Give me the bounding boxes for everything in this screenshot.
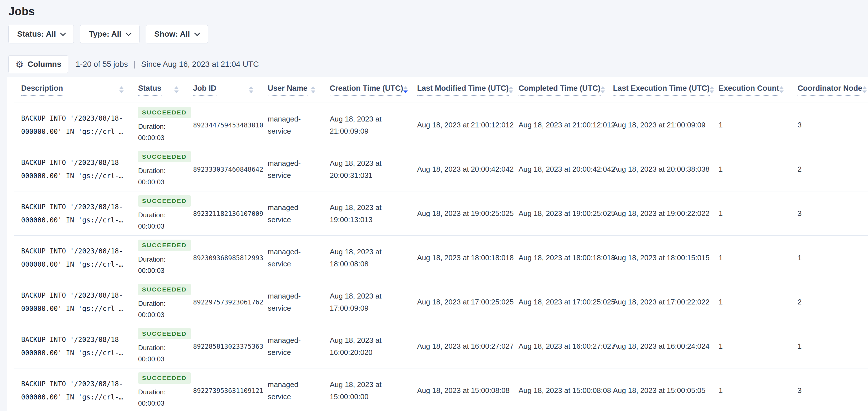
column-header-creation_time[interactable]: Creation Time (UTC): [323, 77, 410, 103]
job-id: 892297573923061762: [186, 280, 261, 324]
sort-asc-icon: [600, 86, 605, 89]
user-name: managed-service: [268, 202, 310, 226]
last-execution-time: Aug 18, 2023 at 16:00:24:024: [606, 324, 712, 369]
column-header-coordinator_node[interactable]: Coordinator Node: [790, 77, 868, 103]
column-header-last_execution_time[interactable]: Last Execution Time (UTC): [606, 77, 712, 103]
coordinator-node: 3: [790, 369, 868, 411]
completed-time: Aug 18, 2023 at 21:00:12:012: [512, 103, 606, 147]
status-filter-label: Status: All: [17, 30, 56, 39]
duration-label: Duration:: [138, 386, 165, 398]
column-header-last_modified_time[interactable]: Last Modified Time (UTC): [410, 77, 512, 103]
table-row: BACKUP INTO '/2023/08/18-000000.00' IN '…: [7, 236, 868, 280]
completed-time: Aug 18, 2023 at 15:00:08:08: [512, 369, 606, 411]
execution-count: 1: [712, 324, 790, 369]
column-header-status[interactable]: Status: [131, 77, 186, 103]
job-id: 892321182136107009: [186, 192, 261, 236]
job-description-cell[interactable]: BACKUP INTO '/2023/08/18-000000.00' IN '…: [7, 147, 131, 192]
sort-desc-icon: [311, 90, 315, 93]
sort-icons: [174, 86, 179, 93]
jobs-count: 1-20 of 55 jobs: [75, 60, 128, 69]
job-description-cell[interactable]: BACKUP INTO '/2023/08/18-000000.00' IN '…: [7, 369, 131, 411]
type-filter-dropdown[interactable]: Type: All: [80, 25, 139, 43]
sort-desc-icon: [174, 90, 179, 93]
chevron-down-icon: [60, 30, 66, 36]
completed-time: Aug 18, 2023 at 18:00:18:018: [512, 236, 606, 280]
status-badge: SUCCEEDED: [138, 284, 191, 295]
sort-desc-icon: [249, 90, 253, 93]
creation-time: Aug 18, 2023 at 17:00:09:09: [330, 290, 399, 314]
execution-count: 1: [712, 369, 790, 411]
job-status-cell: SUCCEEDED Duration: 00:00:03: [131, 192, 186, 236]
creation-time-cell: Aug 18, 2023 at 19:00:13:013: [323, 192, 410, 236]
table-row: BACKUP INTO '/2023/08/18-000000.00' IN '…: [7, 192, 868, 236]
job-description: BACKUP INTO '/2023/08/18-000000.00' IN '…: [21, 245, 125, 271]
last-execution-time: Aug 18, 2023 at 15:00:05:05: [606, 369, 712, 411]
column-header-job_id[interactable]: Job ID: [186, 77, 261, 103]
coordinator-node: 1: [790, 324, 868, 369]
table-toolbar: ⚙ Columns 1-20 of 55 jobs | Since Aug 16…: [8, 55, 868, 73]
creation-time: Aug 18, 2023 at 16:00:20:020: [330, 334, 399, 358]
job-description-cell[interactable]: BACKUP INTO '/2023/08/18-000000.00' IN '…: [7, 324, 131, 369]
job-status-cell: SUCCEEDED Duration: 00:00:03: [131, 236, 186, 280]
job-description-cell[interactable]: BACKUP INTO '/2023/08/18-000000.00' IN '…: [7, 236, 131, 280]
column-header-completed_time[interactable]: Completed Time (UTC): [512, 77, 606, 103]
execution-count: 1: [712, 280, 790, 324]
job-status-cell: SUCCEEDED Duration: 00:00:03: [131, 324, 186, 369]
column-header-user_name[interactable]: User Name: [261, 77, 323, 103]
status-filter-dropdown[interactable]: Status: All: [8, 25, 74, 43]
job-status-cell: SUCCEEDED Duration: 00:00:03: [131, 103, 186, 147]
coordinator-node: 3: [790, 103, 868, 147]
duration-label: Duration:: [138, 254, 165, 265]
duration-value: 00:00:03: [138, 132, 164, 144]
sort-desc-icon: [862, 90, 867, 93]
completed-time: Aug 18, 2023 at 16:00:27:027: [512, 324, 606, 369]
sort-asc-icon: [119, 86, 124, 89]
filter-bar: Status: All Type: All Show: All: [8, 25, 868, 43]
last-modified-time: Aug 18, 2023 at 19:00:25:025: [410, 192, 512, 236]
sort-asc-icon: [403, 86, 408, 89]
last-execution-time: Aug 18, 2023 at 18:00:15:015: [606, 236, 712, 280]
column-header-description[interactable]: Description: [7, 77, 131, 103]
sort-icons: [862, 86, 867, 93]
sort-desc-icon: [403, 90, 408, 93]
status-badge: SUCCEEDED: [138, 328, 191, 340]
last-modified-time: Aug 18, 2023 at 15:00:08:08: [410, 369, 512, 411]
gear-icon: ⚙: [16, 60, 24, 69]
status-badge: SUCCEEDED: [138, 240, 191, 251]
status-badge: SUCCEEDED: [138, 195, 191, 207]
sort-desc-icon: [779, 90, 784, 93]
table-body: BACKUP INTO '/2023/08/18-000000.00' IN '…: [7, 103, 868, 411]
columns-button[interactable]: ⚙ Columns: [8, 55, 68, 73]
creation-time-cell: Aug 18, 2023 at 20:00:31:031: [323, 147, 410, 192]
creation-time: Aug 18, 2023 at 15:00:00:00: [330, 379, 399, 403]
table-row: BACKUP INTO '/2023/08/18-000000.00' IN '…: [7, 324, 868, 369]
user-name-cell: managed-service: [261, 280, 323, 324]
last-execution-time: Aug 18, 2023 at 20:00:38:038: [606, 147, 712, 192]
job-description: BACKUP INTO '/2023/08/18-000000.00' IN '…: [21, 289, 125, 316]
last-execution-time: Aug 18, 2023 at 17:00:22:022: [606, 280, 712, 324]
job-description-cell[interactable]: BACKUP INTO '/2023/08/18-000000.00' IN '…: [7, 280, 131, 324]
column-header-execution_count[interactable]: Execution Count: [712, 77, 790, 103]
completed-time: Aug 18, 2023 at 20:00:42:042: [512, 147, 606, 192]
page-title: Jobs: [8, 4, 868, 18]
user-name-cell: managed-service: [261, 324, 323, 369]
duration-value: 00:00:03: [138, 176, 164, 188]
duration-value: 00:00:03: [138, 265, 164, 276]
duration-value: 00:00:03: [138, 309, 164, 321]
table-row: BACKUP INTO '/2023/08/18-000000.00' IN '…: [7, 147, 868, 192]
user-name-cell: managed-service: [261, 192, 323, 236]
show-filter-dropdown[interactable]: Show: All: [146, 25, 208, 43]
creation-time: Aug 18, 2023 at 21:00:09:09: [330, 113, 399, 137]
sort-asc-icon: [311, 86, 315, 89]
job-status-cell: SUCCEEDED Duration: 00:00:03: [131, 369, 186, 411]
job-description: BACKUP INTO '/2023/08/18-000000.00' IN '…: [21, 156, 125, 183]
sort-icons: [600, 86, 605, 93]
job-id: 892309368985812993: [186, 236, 261, 280]
job-description-cell[interactable]: BACKUP INTO '/2023/08/18-000000.00' IN '…: [7, 103, 131, 147]
sort-icons: [779, 86, 784, 93]
jobs-info: 1-20 of 55 jobs | Since Aug 16, 2023 at …: [75, 60, 259, 69]
columns-button-label: Columns: [28, 60, 61, 69]
job-description-cell[interactable]: BACKUP INTO '/2023/08/18-000000.00' IN '…: [7, 192, 131, 236]
sort-desc-icon: [600, 90, 605, 93]
job-description: BACKUP INTO '/2023/08/18-000000.00' IN '…: [21, 112, 125, 139]
